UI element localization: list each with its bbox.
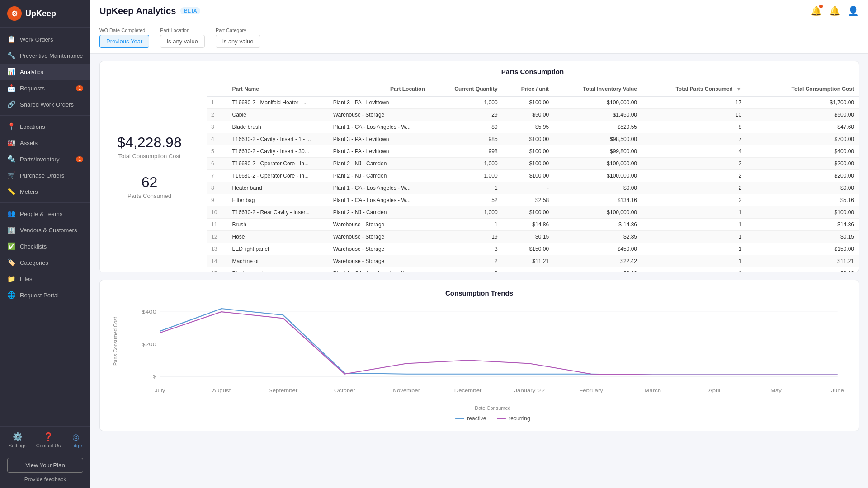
user-icon[interactable]: 👤 [848,5,859,16]
assets-icon: 🏭 [7,139,15,147]
cell-0: 11 [207,219,228,231]
request-portal-icon: 🌐 [7,291,15,299]
table-row[interactable]: 5T16630-2 - Cavity - Insert - 30...Plant… [207,145,859,158]
sidebar: ⚙ UpKeep 📋 Work Orders 🔧 Preventive Main… [0,0,90,488]
contact-us-icon: ❓ [43,432,53,442]
bell-icon[interactable]: 🔔 [829,5,840,16]
cell-3: 998 [429,145,502,158]
view-plan-button[interactable]: View Your Plan [7,458,83,473]
locations-icon: 📍 [7,122,15,131]
cell-0: 12 [207,231,228,243]
sidebar-item-meters[interactable]: 📏 Meters [0,183,90,200]
cell-2: Warehouse - Storage [329,109,429,121]
work-orders-label: Work Orders [20,36,53,43]
table-row[interactable]: 13LED light panelWarehouse - Storage3$15… [207,243,859,255]
table-row[interactable]: 7T16630-2 - Operator Core - In...Plant 2… [207,170,859,182]
part-location-button[interactable]: is any value [160,35,205,48]
cell-7 [746,194,759,206]
svg-text:November: November [392,388,420,393]
preventive-maintenance-icon: 🔧 [7,52,15,60]
col-header-8[interactable]: Total Consumption Cost [759,82,859,96]
table-row[interactable]: 2CableWarehouse - Storage29$50.00$1,450.… [207,109,859,121]
footer-edge[interactable]: ◎ Edge [71,432,82,448]
sidebar-item-assets[interactable]: 🏭 Assets [0,135,90,151]
sidebar-item-requests[interactable]: 📩 Requests 1 [0,80,90,96]
cell-7 [746,182,759,194]
cell-7 [746,206,759,219]
main-content-area: $4,228.98 Total Consumption Cost 62 Part… [90,54,868,488]
table-row[interactable]: 9Filter bagPlant 1 - CA - Los Angeles - … [207,194,859,206]
table-row[interactable]: 1T16630-2 - Manifold Heater - ...Plant 3… [207,96,859,109]
sidebar-item-parts-inventory[interactable]: 🔩 Parts/Inventory 1 [0,151,90,167]
cell-0: 1 [207,96,228,109]
sidebar-item-analytics[interactable]: 📊 Analytics [0,64,90,80]
footer-settings[interactable]: ⚙️ Settings [9,432,27,448]
table-row[interactable]: 12HoseWarehouse - Storage19$0.15$2.851$0… [207,231,859,243]
sidebar-item-preventive-maintenance[interactable]: 🔧 Preventive Maintenance [0,47,90,64]
cell-5: $100,000.00 [553,158,642,170]
legend-reactive: reactive [455,415,486,422]
sidebar-item-locations[interactable]: 📍 Locations [0,118,90,135]
requests-badge: 1 [76,85,83,91]
provide-feedback-link[interactable]: Provide feedback [7,476,83,483]
cell-3: 3 [429,243,502,255]
cell-1: T16630-2 - Cavity - Insert - 30... [228,145,329,158]
col-header-2[interactable]: Part Location [329,82,429,96]
cell-0: 14 [207,255,228,267]
sidebar-item-work-orders[interactable]: 📋 Work Orders [0,31,90,47]
notification-dot [819,5,823,8]
table-row[interactable]: 11BrushWarehouse - Storage-1$14.86$-14.8… [207,219,859,231]
notifications-icon[interactable]: 🔔 [811,5,822,16]
part-category-button[interactable]: is any value [216,35,260,48]
col-header-3[interactable]: Current Quantity [429,82,502,96]
table-row[interactable]: 10T16630-2 - Rear Cavity - Inser...Plant… [207,206,859,219]
sidebar-item-request-portal[interactable]: 🌐 Request Portal [0,287,90,303]
cell-3: 1 [429,182,502,194]
col-header-1[interactable]: Part Name [228,82,329,96]
table-row[interactable]: 14Machine oilWarehouse - Storage2$11.21$… [207,255,859,267]
sidebar-item-purchase-orders[interactable]: 🛒 Purchase Orders [0,167,90,183]
page-title: UpKeep Analytics BETA [99,6,200,16]
cell-0: 10 [207,206,228,219]
top-section: $4,228.98 Total Consumption Cost 62 Part… [99,61,859,272]
col-header-6[interactable]: Total Parts Consumed ▼ [642,82,746,96]
sidebar-item-shared-work-orders[interactable]: 🔗 Shared Work Orders [0,96,90,113]
table-row[interactable]: 8Heater bandPlant 1 - CA - Los Angeles -… [207,182,859,194]
table-row[interactable]: 4T16630-2 - Cavity - Insert - 1 - ...Pla… [207,133,859,145]
sidebar-item-people-teams[interactable]: 👥 People & Teams [0,206,90,222]
svg-text:March: March [645,388,661,393]
cell-8: $5.16 [759,194,859,206]
sidebar-item-checklists[interactable]: ✅ Checklists [0,238,90,254]
cell-0: 5 [207,145,228,158]
table-row[interactable]: 6T16630-2 - Operator Core - In...Plant 2… [207,158,859,170]
svg-text:September: September [269,388,297,393]
footer-contact-us[interactable]: ❓ Contact Us [36,432,61,448]
svg-text:October: October [334,388,355,393]
svg-text:$200: $200 [142,341,156,347]
cell-4: $100.00 [502,133,553,145]
main-content: UpKeep Analytics BETA 🔔 🔔 👤 WO Date Comp… [90,0,868,488]
parts-inventory-label: Parts/Inventory [20,156,59,163]
files-icon: 📁 [7,275,15,283]
table-row[interactable]: 3Blade brushPlant 1 - CA - Los Angeles -… [207,121,859,133]
sidebar-item-categories[interactable]: 🏷️ Categories [0,254,90,271]
cell-7 [746,255,759,267]
col-header-7[interactable] [746,82,759,96]
cell-8: $11.21 [759,255,859,267]
col-header-5[interactable]: Total Inventory Value [553,82,642,96]
summary-panel: $4,228.98 Total Consumption Cost 62 Part… [100,61,199,272]
cell-2: Warehouse - Storage [329,219,429,231]
part-category-label: Part Category [216,28,260,33]
table-row[interactable]: 15Plastic wandPlant 1 - CA - Los Angeles… [207,267,859,272]
legend-recurring: recurring [497,415,530,422]
chart-legend: reactiverecurring [136,415,849,422]
cell-8: $150.00 [759,243,859,255]
cell-6: 17 [642,96,746,109]
people-teams-icon: 👥 [7,210,15,218]
wo-date-button[interactable]: Previous Year [99,35,149,48]
sidebar-item-vendors-customers[interactable]: 🏢 Vendors & Customers [0,222,90,238]
sidebar-item-files[interactable]: 📁 Files [0,271,90,287]
col-header-4[interactable]: Price / unit [502,82,553,96]
sidebar-bottom: View Your Plan Provide feedback [0,452,90,488]
cell-2: Plant 1 - CA - Los Angeles - W... [329,182,429,194]
